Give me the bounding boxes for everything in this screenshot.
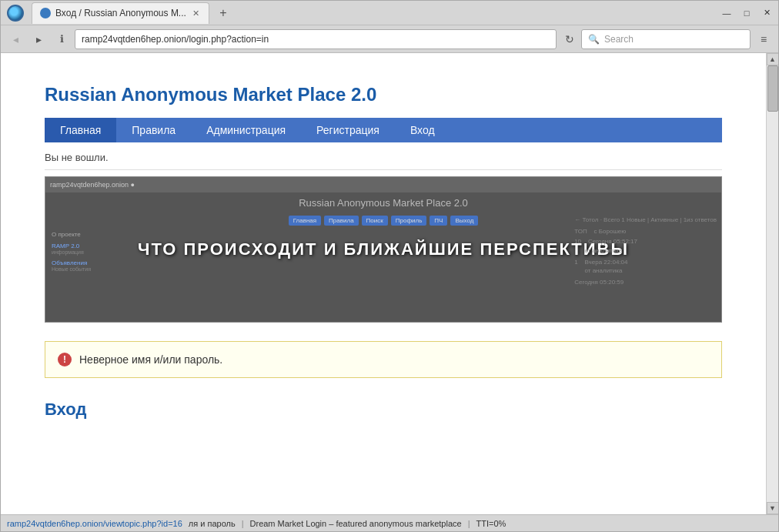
nav-item-admin[interactable]: Администрация [191, 118, 301, 142]
active-tab[interactable]: Вход / Russian Anonymous M... ✕ [32, 2, 209, 24]
title-bar: Вход / Russian Anonymous M... ✕ + — □ ✕ [1, 1, 778, 25]
banner-top-bar: ramp24vqtden6hep.onion ● [45, 177, 721, 192]
close-window-button[interactable]: ✕ [761, 8, 772, 18]
nav-item-home[interactable]: Главная [45, 118, 116, 142]
page-content: Russian Anonymous Market Place 2.0 Главн… [1, 53, 766, 514]
browser-logo-icon [7, 5, 24, 22]
maximize-button[interactable]: □ [741, 8, 752, 18]
forward-button[interactable]: ▸ [28, 29, 48, 49]
banner-table-info: ← Тотол · Всего 1 Новые | Активные | 1из… [574, 216, 717, 286]
scroll-up-icon: ▲ [769, 55, 776, 63]
banner-nav-home: Главная [289, 216, 321, 226]
scrollbar-down-button[interactable]: ▼ [767, 502, 779, 514]
refresh-button[interactable]: ↻ [561, 31, 578, 48]
error-message-box: ! Неверное имя и/или пароль. [45, 341, 722, 378]
site-container: Russian Anonymous Market Place 2.0 Главн… [29, 69, 737, 435]
info-button[interactable]: ℹ [52, 29, 72, 49]
back-arrow-icon: ◂ [13, 33, 18, 45]
browser-menu-button[interactable]: ≡ [754, 29, 774, 49]
page-inner: Russian Anonymous Market Place 2.0 Главн… [1, 69, 766, 514]
banner-nav-logout: Выход [450, 216, 478, 226]
status-separator: | [242, 519, 244, 528]
scrollbar-up-button[interactable]: ▲ [767, 53, 779, 65]
scrollbar-thumb[interactable] [767, 65, 778, 112]
forward-arrow-icon: ▸ [36, 33, 42, 45]
tab-title: Вход / Russian Anonymous M... [55, 8, 186, 18]
error-icon: ! [58, 353, 72, 366]
banner-top-text: ramp24vqtden6hep.onion ● [50, 181, 135, 189]
search-placeholder-text: Search [604, 34, 634, 45]
status-separator2: | [468, 519, 470, 528]
navigation-bar: ◂ ▸ ℹ ramp24vqtden6hep.onion/login.php?a… [1, 25, 778, 53]
nav-item-register[interactable]: Регистрация [301, 118, 395, 142]
close-tab-button[interactable]: ✕ [191, 8, 201, 18]
status-right: Dream Market Login – featured anonymous … [250, 519, 462, 528]
tab-favicon-icon [40, 8, 51, 18]
banner-nav-profile: Профиль [391, 216, 427, 226]
site-navigation: Главная Правила Администрация Регистраци… [45, 118, 722, 142]
status-link: ramp24vqtden6hep.onion/viewtopic.php?id=… [7, 519, 182, 528]
not-logged-in-notice: Вы не вошли. [45, 152, 722, 170]
scrollbar[interactable]: ▲ ▼ [766, 53, 778, 514]
back-button[interactable]: ◂ [5, 29, 25, 49]
nav-item-login[interactable]: Вход [395, 118, 450, 142]
search-bar[interactable]: 🔍 Search [581, 29, 751, 49]
banner-site-title-inner: Russian Anonymous Market Place 2.0 [45, 192, 721, 213]
site-title: Russian Anonymous Market Place 2.0 [45, 84, 722, 105]
banner-nav-pm: ПЧ [430, 216, 447, 226]
window-controls: — □ ✕ [721, 8, 772, 18]
minimize-button[interactable]: — [721, 8, 732, 18]
url-text: ramp24vqtden6hep.onion/login.php?action=… [82, 34, 269, 45]
status-percent: TTI=0% [476, 519, 507, 528]
nav-item-rules[interactable]: Правила [116, 118, 191, 142]
refresh-icon: ↻ [565, 33, 574, 45]
scrollbar-thumb-area [767, 65, 778, 502]
search-icon: 🔍 [588, 34, 600, 45]
status-middle: ля и пароль [189, 519, 236, 528]
banner-nav-search: Поиск [362, 216, 388, 226]
login-heading: Вход [45, 400, 722, 420]
status-bar: ramp24vqtden6hep.onion/viewtopic.php?id=… [1, 514, 778, 531]
content-area: Russian Anonymous Market Place 2.0 Главн… [1, 53, 778, 514]
browser-window: Вход / Russian Anonymous M... ✕ + — □ ✕ … [0, 0, 779, 532]
not-logged-in-text: Вы не вошли. [45, 152, 109, 163]
error-text: Неверное имя и/или пароль. [79, 353, 222, 366]
banner-screenshot: ramp24vqtden6hep.onion ● Russian Anonymo… [45, 177, 721, 322]
scroll-down-icon: ▼ [769, 504, 776, 512]
banner-left-items: О проекте RAMP 2.0 информация Объявления… [52, 231, 91, 272]
info-icon: ℹ [60, 33, 64, 45]
banner-nav-rules: Правила [324, 216, 358, 226]
address-bar[interactable]: ramp24vqtden6hep.onion/login.php?action=… [75, 29, 557, 49]
title-bar-left: Вход / Russian Anonymous M... ✕ + [7, 2, 232, 24]
hamburger-icon: ≡ [761, 33, 767, 45]
site-banner: ramp24vqtden6hep.onion ● Russian Anonymo… [45, 176, 722, 323]
new-tab-button[interactable]: + [214, 4, 232, 22]
